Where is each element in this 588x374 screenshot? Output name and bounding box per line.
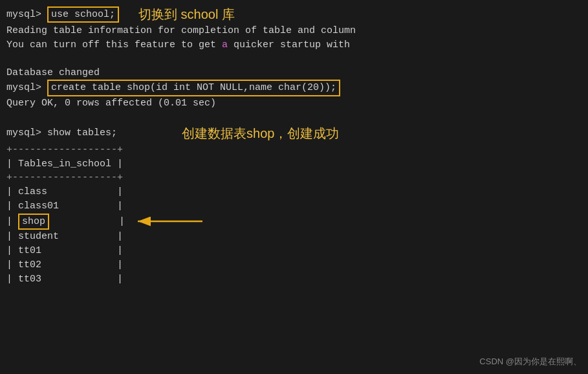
line-db-changed: Database changed [6, 66, 582, 80]
table-header-text: | Tables_in_school | [6, 157, 123, 171]
line-create: mysql> create table shop(id int NOT NULL… [6, 80, 582, 96]
empty-1 [6, 52, 582, 66]
line-reading: Reading table information for completion… [6, 24, 582, 38]
table-row-shop: | shop | [6, 214, 582, 230]
cmd-show-tables: show tables; [47, 126, 117, 140]
shop-pipe-left: | [6, 215, 18, 229]
watermark: CSDN @因为你是在熙啊、 [479, 356, 582, 368]
table-row-class01: | class01 | [6, 199, 582, 214]
annotation-switch-db: 切换到 school 库 [138, 5, 235, 24]
border-text-top: +------------------+ [6, 143, 123, 157]
text-a-highlight: a [222, 38, 228, 52]
table-row-class: | class | [6, 185, 582, 199]
shop-box-highlight: shop [18, 214, 49, 230]
table-row-tt03: | tt03 | [6, 272, 582, 287]
terminal: mysql> use school; 切换到 school 库 Reading … [0, 0, 588, 374]
table-cell-student: | student | [6, 230, 123, 244]
table-cell-tt01: | tt01 | [6, 244, 123, 258]
table-cell-class01: | class01 | [6, 199, 123, 214]
line-you: You can turn off this feature to get a q… [6, 38, 582, 52]
cmd-create-table: create table shop(id int NOT NULL,name c… [47, 80, 340, 96]
text-you-before: You can turn off this feature to get [6, 38, 222, 52]
table-cell-tt02: | tt02 | [6, 258, 123, 272]
line-show-tables: mysql> show tables; 创建数据表shop，创建成功 [6, 124, 582, 143]
table-cell-tt03: | tt03 | [6, 272, 123, 287]
prompt-2: mysql> [6, 81, 47, 95]
table-border-mid: +------------------+ [6, 171, 582, 185]
arrow-to-shop [131, 214, 209, 229]
border-text-mid: +------------------+ [6, 171, 123, 185]
annotation-create-success: 创建数据表shop，创建成功 [182, 124, 339, 143]
empty-2 [6, 111, 582, 124]
table-row-student: | student | [6, 230, 582, 244]
table-border-top: +------------------+ [6, 143, 582, 157]
line-1: mysql> use school; 切换到 school 库 [6, 5, 582, 24]
cmd-use-school: use school; [47, 6, 119, 23]
prompt-3: mysql> [6, 126, 47, 140]
shop-spaces-right: | [49, 215, 125, 229]
text-you-after: quicker startup with [228, 38, 350, 52]
text-query-ok: Query OK, 0 rows affected (0.01 sec) [6, 96, 216, 111]
table-row-tt01: | tt01 | [6, 244, 582, 258]
watermark-text: CSDN @因为你是在熙啊、 [479, 357, 582, 366]
line-query-ok: Query OK, 0 rows affected (0.01 sec) [6, 96, 582, 111]
table-row-tt02: | tt02 | [6, 258, 582, 272]
prompt-1: mysql> [6, 8, 47, 22]
text-db-changed: Database changed [6, 66, 100, 80]
table-header-row: | Tables_in_school | [6, 157, 582, 171]
table-cell-class: | class | [6, 185, 123, 199]
text-reading: Reading table information for completion… [6, 24, 356, 38]
